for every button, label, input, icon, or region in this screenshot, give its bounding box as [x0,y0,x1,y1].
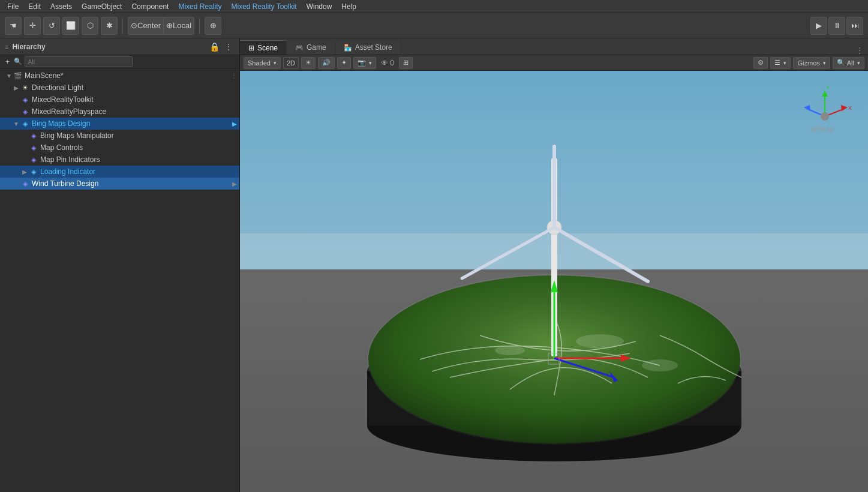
hierarchy-lock-btn[interactable]: 🔒 [208,42,221,52]
game-tab-label: Game [307,43,326,52]
search-layers-btn[interactable]: 🔍 All [833,57,864,69]
scene-camera-btn[interactable]: 📷 [353,57,376,69]
grid-icon: ⊞ [403,59,409,67]
scene-canvas: Y X ◄Persp [240,71,868,492]
svg-text:X: X [848,105,852,111]
expand-manipulator-icon[interactable] [20,131,29,140]
scene-light-btn[interactable]: ☀ [301,57,316,69]
scene-fx-btn[interactable]: ✦ [337,57,351,69]
hierarchy-search-bar: + 🔍 [0,55,239,68]
loading-icon: ◈ [29,167,38,176]
tree-item-wind-turbine[interactable]: ◈ Wind Turbine Design ▶ [0,178,239,190]
expand-mappin-icon[interactable] [20,155,29,164]
expand-bingmaps-icon[interactable]: ▼ [12,119,20,128]
play-controls: ▶ ⏸ ⏭ [810,17,863,35]
hierarchy-more-btn[interactable]: ⋮ [223,42,235,52]
rect-tool-btn[interactable]: ⬜ [62,17,79,35]
tree-item-mainscene[interactable]: ▼ 🎬 MainScene* ⋮ [0,70,239,82]
toolbar-separator-2 [199,17,200,34]
mrtk-icon: ◈ [20,95,30,104]
playspace-label: MixedRealityPlayspace [32,107,106,116]
pivot-icon: ⊙ [131,21,137,30]
scene-tabs: ⊞ Scene 🎮 Game 🏪 Asset Store ⋮ [240,38,868,55]
bingmaps-label: Bing Maps Design [32,119,90,128]
menu-mixed-reality-toolkit[interactable]: Mixed Reality Toolkit [227,1,300,12]
step-btn[interactable]: ⏭ [846,17,863,35]
menu-bar: File Edit Assets GameObject Component Mi… [0,0,868,13]
main-content: ≡ Hierarchy 🔒 ⋮ + 🔍 ▼ 🎬 MainScene* ⋮ ▶ [0,38,868,492]
menu-edit[interactable]: Edit [25,1,44,12]
expand-turbine-icon[interactable] [12,179,20,188]
2d-toggle-btn[interactable]: 2D [283,57,299,69]
menu-window[interactable]: Window [303,1,336,12]
tab-scene[interactable]: ⊞ Scene [240,40,287,55]
toolbar-separator-1 [122,17,123,34]
hierarchy-title: Hierarchy [12,43,45,51]
pivot-label: Center [137,21,161,30]
tree-item-mrplayspace[interactable]: ◈ MixedRealityPlayspace [0,106,239,118]
audio-icon: 🔊 [322,59,331,67]
pause-btn[interactable]: ⏸ [828,17,845,35]
scene-icon: 🎬 [13,71,23,80]
mappin-icon: ◈ [29,155,38,164]
expand-loading-icon[interactable]: ▶ [20,167,29,176]
transform-tool-btn[interactable]: ⬡ [82,17,98,35]
gizmos-label: Gizmos [797,59,819,67]
menu-assets[interactable]: Assets [47,1,76,12]
shading-dropdown[interactable]: Shaded [244,57,281,69]
gizmos-btn[interactable]: Gizmos [793,57,830,69]
menu-help[interactable]: Help [338,1,360,12]
tree-item-mrtk[interactable]: ◈ MixedRealityToolkit [0,94,239,106]
bingmaps-icon: ◈ [20,119,30,128]
mainscene-more-icon[interactable]: ⋮ [231,73,237,79]
custom-tool-btn[interactable]: ✱ [101,17,118,35]
menu-component[interactable]: Component [128,1,172,12]
layers-all-label: All [847,59,854,67]
turbine-label: Wind Turbine Design [32,179,98,188]
scene-audio-btn[interactable]: 🔊 [318,57,335,69]
svg-point-8 [495,346,525,355]
tree-item-directional-light[interactable]: ▶ ☀ Directional Light [0,82,239,94]
tree-item-map-pin[interactable]: ◈ Map Pin Indicators [0,154,239,166]
hierarchy-tree: ▼ 🎬 MainScene* ⋮ ▶ ☀ Directional Light ◈… [0,68,239,492]
menu-file[interactable]: File [4,1,22,12]
fx-icon: ✦ [341,59,347,67]
settings-icon: ⚙ [758,59,764,67]
directional-light-label: Directional Light [32,83,83,92]
hand-tool-btn[interactable]: ☚ [5,17,22,35]
layers-icon: ☰ [774,59,780,67]
shading-label: Shaded [248,59,271,67]
scene-tabs-more-btn[interactable]: ⋮ [851,46,868,55]
tree-item-map-controls[interactable]: ◈ Map Controls [0,142,239,154]
settings-btn[interactable]: ⚙ [753,57,768,69]
mapcontrols-icon: ◈ [29,143,38,152]
hierarchy-search-input[interactable] [25,56,133,67]
tree-item-bingmaps-manipulator[interactable]: ◈ Bing Maps Manipulator [0,130,239,142]
layer-count-label: 0 [390,59,394,67]
menu-gameobject[interactable]: GameObject [78,1,125,12]
scene-view[interactable]: Y X ◄Persp [240,71,868,492]
asset-tab-label: Asset Store [355,43,392,52]
tree-item-loading-indicator[interactable]: ▶ ◈ Loading Indicator [0,166,239,178]
play-btn[interactable]: ▶ [810,17,827,35]
pivot-btn[interactable]: ⊙ Center [128,17,163,35]
space-btn[interactable]: ⊕ Local [163,17,194,35]
hierarchy-add-btn[interactable]: + [4,58,11,66]
expand-mainscene-icon[interactable]: ▼ [5,71,13,80]
expand-directional-icon[interactable]: ▶ [12,83,20,92]
menu-mixed-reality[interactable]: Mixed Reality [175,1,225,12]
rotate-tool-btn[interactable]: ↺ [43,17,60,35]
scene-grid-btn[interactable]: ⊞ [399,57,413,69]
scene-panel: ⊞ Scene 🎮 Game 🏪 Asset Store ⋮ Shaded 2D… [240,38,868,492]
expand-playspace-icon[interactable] [12,107,20,116]
extra-tool-btn[interactable]: ⊕ [205,17,221,35]
expand-mrtk-icon[interactable] [12,95,20,104]
tab-asset-store[interactable]: 🏪 Asset Store [335,40,401,55]
bingmaps-arrow-icon: ▶ [232,121,237,127]
expand-mapcontrols-icon[interactable] [20,143,29,152]
move-tool-btn[interactable]: ✛ [24,17,41,35]
tab-game[interactable]: 🎮 Game [287,40,335,55]
scene-layers-btn[interactable]: ☰ [770,57,791,69]
tree-item-bing-maps[interactable]: ▼ ◈ Bing Maps Design ▶ [0,118,239,130]
light-on-icon: ☀ [305,59,311,67]
